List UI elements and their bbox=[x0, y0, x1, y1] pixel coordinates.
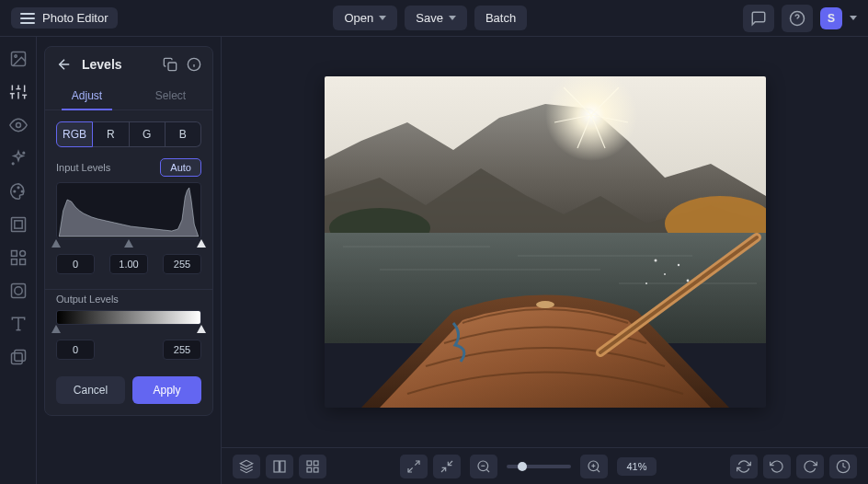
svg-rect-24 bbox=[19, 259, 25, 265]
svg-point-22 bbox=[19, 251, 25, 257]
svg-point-14 bbox=[23, 152, 25, 154]
output-black-value[interactable] bbox=[56, 340, 95, 360]
contract-icon bbox=[440, 459, 454, 474]
svg-marker-62 bbox=[240, 460, 252, 467]
cancel-button[interactable]: Cancel bbox=[56, 376, 125, 404]
compare-icon bbox=[272, 459, 287, 474]
redo-icon bbox=[803, 459, 817, 474]
svg-rect-23 bbox=[11, 259, 17, 265]
save-label: Save bbox=[416, 11, 443, 25]
undo-icon bbox=[770, 459, 784, 474]
help-button[interactable] bbox=[782, 5, 813, 32]
photo-canvas[interactable] bbox=[325, 76, 766, 408]
back-arrow-icon[interactable] bbox=[56, 56, 73, 73]
eye-tool-icon[interactable] bbox=[9, 116, 28, 134]
svg-point-13 bbox=[16, 123, 20, 128]
input-black-thumb[interactable] bbox=[51, 239, 61, 248]
compare-button[interactable] bbox=[266, 455, 293, 478]
info-icon[interactable] bbox=[187, 57, 201, 72]
svg-point-57 bbox=[654, 259, 657, 262]
history-icon bbox=[836, 459, 851, 474]
undo-button[interactable] bbox=[763, 455, 791, 478]
user-menu-chevron[interactable] bbox=[850, 16, 857, 20]
svg-line-69 bbox=[416, 461, 420, 466]
zoom-in-button[interactable] bbox=[580, 455, 608, 478]
user-avatar[interactable]: S bbox=[820, 7, 842, 29]
svg-rect-32 bbox=[168, 63, 177, 71]
left-toolbar bbox=[0, 37, 37, 484]
save-button[interactable]: Save bbox=[405, 6, 467, 30]
svg-rect-30 bbox=[11, 353, 22, 364]
layers-icon bbox=[239, 459, 254, 474]
expand-icon bbox=[406, 459, 421, 474]
chevron-down-icon bbox=[449, 16, 456, 20]
svg-point-18 bbox=[21, 190, 23, 192]
svg-rect-66 bbox=[314, 461, 318, 466]
output-white-thumb[interactable] bbox=[197, 325, 206, 333]
svg-point-26 bbox=[14, 287, 21, 294]
zoom-out-button[interactable] bbox=[470, 455, 497, 478]
layers-button[interactable] bbox=[233, 455, 260, 478]
output-white-value[interactable] bbox=[163, 340, 201, 360]
avatar-initial: S bbox=[828, 12, 835, 25]
zoom-value[interactable]: 41% bbox=[617, 457, 656, 476]
svg-rect-20 bbox=[14, 221, 21, 228]
output-gradient bbox=[56, 310, 201, 325]
open-label: Open bbox=[344, 11, 373, 25]
palette-tool-icon[interactable] bbox=[9, 182, 28, 201]
copy-icon[interactable] bbox=[163, 57, 177, 72]
output-black-thumb[interactable] bbox=[51, 325, 61, 333]
svg-point-59 bbox=[677, 264, 679, 266]
text-tool-icon[interactable] bbox=[9, 315, 28, 333]
input-black-value[interactable] bbox=[56, 254, 95, 274]
channel-b[interactable]: B bbox=[166, 121, 201, 147]
channel-rgb[interactable]: RGB bbox=[56, 121, 93, 147]
zoom-slider[interactable] bbox=[507, 465, 571, 468]
svg-point-17 bbox=[17, 187, 19, 189]
reset-button[interactable] bbox=[730, 455, 758, 478]
fullscreen-button[interactable] bbox=[400, 455, 428, 478]
svg-rect-29 bbox=[14, 351, 25, 362]
batch-label: Batch bbox=[485, 11, 516, 25]
output-slider-track[interactable] bbox=[56, 327, 201, 334]
comments-button[interactable] bbox=[743, 5, 774, 32]
channel-r[interactable]: R bbox=[93, 121, 129, 147]
channel-g[interactable]: G bbox=[130, 121, 166, 147]
input-gamma-value[interactable] bbox=[109, 254, 148, 274]
history-button[interactable] bbox=[829, 455, 857, 478]
sparkle-tool-icon[interactable] bbox=[9, 149, 28, 167]
image-tool-icon[interactable] bbox=[9, 50, 28, 68]
panel-title: Levels bbox=[82, 57, 122, 72]
redo-button[interactable] bbox=[796, 455, 824, 478]
fit-button[interactable] bbox=[433, 455, 461, 478]
tab-select[interactable]: Select bbox=[129, 82, 212, 109]
canvas-viewport[interactable] bbox=[222, 37, 868, 447]
tab-adjust[interactable]: Adjust bbox=[45, 82, 129, 109]
input-white-thumb[interactable] bbox=[197, 239, 206, 248]
svg-rect-68 bbox=[314, 467, 318, 472]
auto-button[interactable]: Auto bbox=[160, 158, 201, 177]
chevron-down-icon bbox=[379, 16, 386, 20]
mask-tool-icon[interactable] bbox=[9, 282, 28, 300]
svg-point-60 bbox=[645, 282, 647, 284]
hamburger-icon bbox=[20, 13, 35, 24]
zoom-in-icon bbox=[587, 459, 601, 474]
input-gamma-thumb[interactable] bbox=[124, 239, 133, 248]
apply-button[interactable]: Apply bbox=[132, 376, 201, 404]
input-slider-track[interactable] bbox=[56, 241, 201, 248]
app-menu[interactable]: Photo Editor bbox=[11, 7, 118, 29]
elements-tool-icon[interactable] bbox=[9, 248, 28, 267]
frame-tool-icon[interactable] bbox=[9, 215, 28, 234]
svg-line-74 bbox=[487, 469, 490, 472]
open-button[interactable]: Open bbox=[333, 6, 397, 30]
help-icon bbox=[789, 10, 805, 27]
input-white-value[interactable] bbox=[163, 254, 201, 274]
svg-point-61 bbox=[686, 280, 689, 282]
layers-tool-icon[interactable] bbox=[9, 348, 28, 366]
adjust-tool-icon[interactable] bbox=[9, 83, 28, 101]
grid-button[interactable] bbox=[299, 455, 326, 478]
svg-point-15 bbox=[12, 163, 14, 165]
svg-marker-36 bbox=[59, 188, 199, 236]
batch-button[interactable]: Batch bbox=[474, 6, 527, 30]
svg-line-70 bbox=[408, 467, 413, 472]
